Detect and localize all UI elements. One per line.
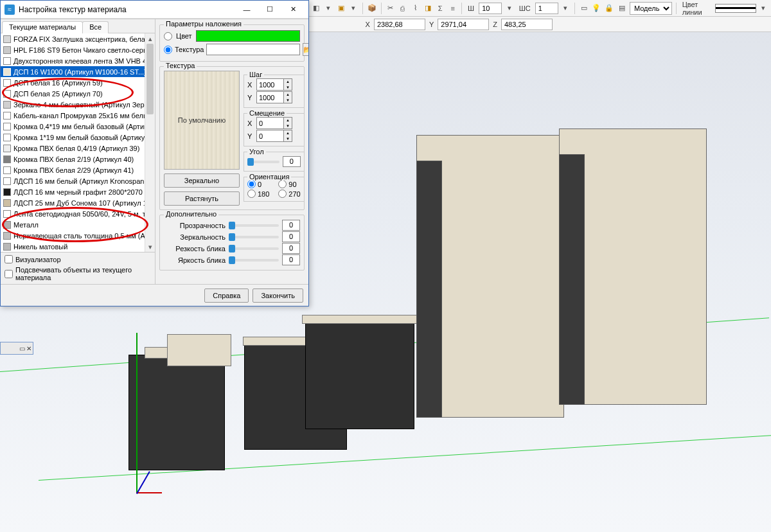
list-icon[interactable]: ≡: [448, 2, 457, 15]
scroll-up-icon[interactable]: ▴: [145, 33, 155, 44]
line-style-swatch[interactable]: [715, 4, 756, 13]
coord-x-input[interactable]: [374, 19, 425, 30]
visualizer-checkbox[interactable]: Визуализатор: [4, 255, 151, 263]
package-icon[interactable]: 📦: [367, 2, 377, 15]
dropdown-icon[interactable]: ▾: [323, 2, 333, 15]
width-step-input[interactable]: [535, 3, 558, 14]
color-swatch[interactable]: [196, 30, 300, 42]
dropdown-icon[interactable]: ▾: [504, 2, 514, 15]
close-icon[interactable]: ✕: [26, 345, 31, 352]
mirror-button[interactable]: Зеркально: [164, 173, 240, 188]
spin-down-icon[interactable]: ▼: [284, 136, 292, 142]
coord-y-input[interactable]: [438, 19, 489, 30]
stretch-button[interactable]: Растянуть: [164, 191, 240, 206]
material-row[interactable]: Кромка ПВХ белая 2/29 (Артикул 41): [1, 164, 155, 175]
texture-radio[interactable]: [164, 46, 172, 54]
width-label: Ш: [466, 4, 476, 12]
spin-down-icon[interactable]: ▼: [284, 123, 292, 129]
lock-icon[interactable]: 🔒: [604, 2, 614, 15]
texture-preview[interactable]: По умолчанию: [164, 71, 240, 170]
material-row[interactable]: ДСП 16 W1000 (Артикул W1000-16 ST...): [1, 66, 155, 77]
material-row[interactable]: ЛДСП 25 мм Дуб Сонома 107 (Артикул 107-2…: [1, 197, 155, 208]
toolbar-button[interactable]: ◧: [311, 2, 321, 15]
material-name: ЛДСП 16 мм белый (Артикул Kronospan 101 …: [13, 177, 155, 185]
minimize-button[interactable]: ―: [235, 2, 258, 17]
material-row[interactable]: Кромка ПВХ белая 0,4/19 (Артикул 39): [1, 143, 155, 154]
coord-z-input[interactable]: [501, 19, 553, 30]
spin-down-icon[interactable]: ▼: [284, 85, 292, 91]
material-row[interactable]: Кабель-канал Промрукав 25x16 мм белый 2 …: [1, 110, 155, 121]
spin-down-icon[interactable]: ▼: [284, 98, 292, 103]
orient-0-radio[interactable]: 0: [247, 180, 269, 188]
material-row[interactable]: Никель матовый: [1, 241, 155, 252]
finish-button[interactable]: Закончить: [253, 288, 303, 303]
material-swatch: [3, 68, 11, 76]
cube-icon[interactable]: ◨: [423, 2, 432, 15]
floating-mini-panel[interactable]: ▭ ✕: [0, 342, 33, 355]
material-row[interactable]: Лента светодиодная 5050/60, 24V, 5 м, те…: [1, 208, 155, 219]
offset-x-input[interactable]: [256, 117, 283, 129]
material-row[interactable]: Кромка 0,4*19 мм белый базовый (Артикул …: [1, 121, 155, 132]
scrollbar[interactable]: ▴ ▾: [145, 33, 155, 252]
dropdown-icon[interactable]: ▾: [561, 2, 571, 15]
material-name: Кромка 1*19 мм белый базовый (Артикул Eg…: [13, 134, 155, 141]
tool-icon[interactable]: ⎙: [398, 2, 407, 15]
texture-path-input[interactable]: [206, 44, 300, 55]
material-row[interactable]: Металл: [1, 219, 155, 230]
scissors-icon[interactable]: ✂: [385, 2, 394, 15]
texture-label: Текстура: [175, 46, 204, 53]
material-row[interactable]: ДСП белая 16 (Артикул 59): [1, 77, 155, 88]
highlight-checkbox[interactable]: Подсвечивать объекты из текущего материа…: [4, 266, 151, 281]
material-row[interactable]: Кромка ПВХ белая 2/19 (Артикул 40): [1, 154, 155, 164]
minimize-icon[interactable]: ▭: [19, 345, 25, 352]
material-row[interactable]: ДСП белая 25 (Артикул 70): [1, 88, 155, 99]
sigma-icon[interactable]: Σ: [435, 2, 445, 15]
dropdown-icon[interactable]: ▾: [348, 2, 358, 15]
specular-brightness-slider[interactable]: [229, 259, 279, 262]
box-icon[interactable]: ▣: [336, 2, 346, 15]
scroll-thumb[interactable]: [146, 44, 154, 114]
orient-270-radio[interactable]: 270: [278, 190, 300, 198]
dropdown-icon[interactable]: ▾: [759, 2, 768, 15]
material-row[interactable]: ЛДСП 16 мм черный графит 2800*2070 (Арти: [1, 186, 155, 197]
tab-current-materials[interactable]: Текущие материалы: [2, 21, 83, 33]
material-list[interactable]: FORZA FIX Заглушка эксцентрика, белая (А…: [1, 33, 155, 252]
angle-slider[interactable]: [247, 161, 279, 163]
browse-folder-icon[interactable]: 📂: [303, 43, 308, 56]
spin-up-icon[interactable]: ▲: [284, 130, 292, 136]
spin-up-icon[interactable]: ▲: [284, 79, 292, 85]
material-row[interactable]: FORZA FIX Заглушка эксцентрика, белая (А…: [1, 33, 155, 44]
close-button[interactable]: ✕: [281, 2, 305, 17]
maximize-button[interactable]: ☐: [258, 2, 281, 17]
layers-icon[interactable]: ▤: [617, 2, 626, 15]
scroll-down-icon[interactable]: ▾: [145, 242, 155, 252]
width-input[interactable]: [479, 3, 502, 14]
step-y-input[interactable]: [256, 91, 283, 103]
offset-y-input[interactable]: [256, 130, 283, 142]
angle-value[interactable]: 0: [283, 156, 301, 167]
dialog-titlebar[interactable]: ≈ Настройка текстур материала ― ☐ ✕: [1, 1, 308, 19]
specular-sharpness-slider[interactable]: [229, 247, 279, 250]
material-row[interactable]: Нержавеющая сталь толщина 0,5 мм (Артику…: [1, 230, 155, 241]
tool-icon[interactable]: ⌇: [410, 2, 420, 15]
material-row[interactable]: Двухсторонняя клеевая лента 3M VHB 4910F…: [1, 55, 155, 66]
tab-all-materials[interactable]: Все: [82, 21, 109, 33]
color-radio[interactable]: [164, 32, 172, 40]
orient-90-radio[interactable]: 90: [278, 180, 300, 188]
coord-x-label: X: [366, 21, 370, 28]
transparency-slider[interactable]: [229, 224, 279, 227]
reflectivity-slider[interactable]: [229, 236, 279, 238]
orient-180-radio[interactable]: 180: [247, 190, 269, 198]
spin-up-icon[interactable]: ▲: [284, 118, 292, 123]
material-row[interactable]: ЛДСП 16 мм белый (Артикул Kronospan 101 …: [1, 175, 155, 186]
step-x-input[interactable]: [256, 78, 283, 91]
spin-up-icon[interactable]: ▲: [284, 92, 292, 98]
material-row[interactable]: Зеркало 4 мм бесцветный (Артикул Зеркало…: [1, 99, 155, 110]
lightbulb-icon[interactable]: 💡: [591, 2, 601, 15]
material-row[interactable]: HPL F186 ST9 Бетон Чикаго светло-серый (…: [1, 44, 155, 55]
view-icon[interactable]: ▭: [579, 2, 589, 15]
color-label: Цвет: [176, 32, 192, 40]
material-row[interactable]: Кромка 1*19 мм белый базовый (Артикул Eg…: [1, 132, 155, 143]
help-button[interactable]: Справка: [204, 288, 249, 303]
mode-select[interactable]: Модель: [630, 2, 672, 15]
